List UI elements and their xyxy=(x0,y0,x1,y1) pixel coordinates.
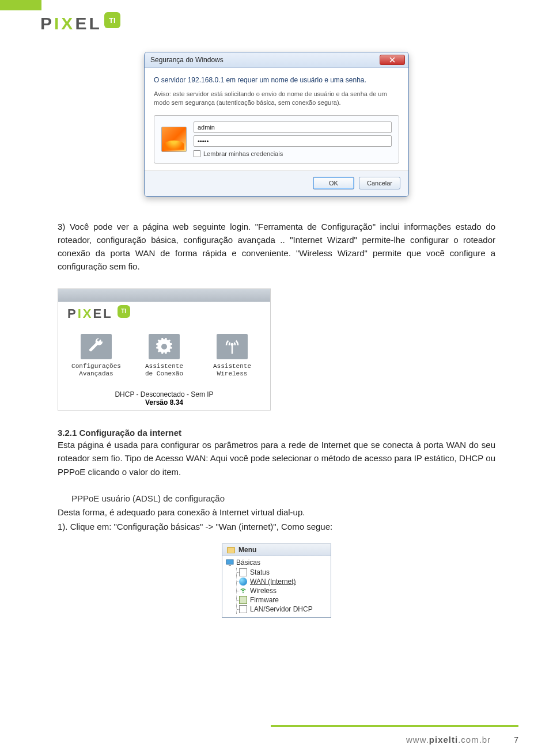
router-panel-topbar xyxy=(58,289,270,302)
brand-ti-badge: TI xyxy=(104,12,120,28)
tree-item-lan-dhcp[interactable]: LAN/Servidor DHCP xyxy=(239,605,327,614)
tree-item-firmware[interactable]: Firmware xyxy=(239,595,327,605)
tree-item-label: Firmware xyxy=(250,596,279,604)
menu-tree-header: Menu xyxy=(222,544,331,556)
remember-checkbox[interactable] xyxy=(194,150,200,157)
sub-heading-pppoe: PPPoE usuário (ADSL) de configuração xyxy=(71,493,495,503)
windows-security-dialog: Segurança do Windows O servidor 192.168.… xyxy=(144,52,409,197)
gear-icon xyxy=(149,334,180,359)
tree-item-wan[interactable]: WAN (Internet) xyxy=(239,577,327,586)
close-icon xyxy=(389,57,395,63)
router-version-text: Versão 8.34 xyxy=(58,398,270,407)
globe-icon xyxy=(239,578,247,586)
page-number: 7 xyxy=(514,735,518,744)
router-tile-label: Assistente de Conexão xyxy=(145,363,183,378)
wrench-icon xyxy=(81,334,112,359)
close-button[interactable] xyxy=(380,55,405,65)
tree-item-label: WAN (Internet) xyxy=(250,578,296,586)
user-avatar-icon xyxy=(161,127,187,152)
router-status-text: DHCP - Desconectado - Sem IP xyxy=(58,390,270,398)
dialog-title: Segurança do Windows xyxy=(150,56,224,64)
tree-item-label: Wireless xyxy=(250,587,276,595)
monitor-icon xyxy=(226,559,234,567)
router-brand-ti-badge: TI xyxy=(118,305,130,318)
brand-wordmark: PIXEL xyxy=(40,14,102,33)
tree-root-label: Básicas xyxy=(236,559,260,567)
dialog-titlebar: Segurança do Windows xyxy=(145,52,408,68)
footer-url: www.pixelti.com.br xyxy=(406,735,491,744)
tree-item-label: LAN/Servidor DHCP xyxy=(250,605,313,613)
body-paragraph-3a: Desta forma, é adequado para conexão à I… xyxy=(58,506,495,519)
svg-rect-0 xyxy=(226,560,233,564)
credentials-box: Lembrar minhas credenciais xyxy=(154,115,399,164)
router-tile-advanced[interactable]: Configurações Avançadas xyxy=(70,334,122,378)
tree-item-label: Status xyxy=(250,568,270,576)
router-tile-wireless-wizard[interactable]: Assistente Wireless xyxy=(206,334,258,378)
footer-url-suffix: .com.br xyxy=(458,735,491,744)
antenna-icon xyxy=(217,334,248,359)
router-brand-wordmark: PIXEL xyxy=(67,306,113,321)
router-landing-panel: PIXEL TI Configurações Avançadas Assiste… xyxy=(58,288,271,411)
router-tile-label: Assistente Wireless xyxy=(213,363,251,378)
body-paragraph-2: Esta página é usada para configurar os p… xyxy=(58,438,495,478)
username-field[interactable] xyxy=(194,121,392,133)
router-brand-row: PIXEL TI xyxy=(58,302,270,332)
remember-credentials-row[interactable]: Lembrar minhas credenciais xyxy=(194,150,392,157)
folder-icon xyxy=(227,547,235,553)
footer-url-domain: pixelti xyxy=(429,735,458,744)
header-accent-bar xyxy=(0,0,41,10)
menu-tree-panel: Menu Básicas Status WAN (In xyxy=(222,544,331,618)
cancel-button[interactable]: Cancelar xyxy=(359,177,400,189)
dialog-message-primary: O servidor 192.168.0.1 em requer um nome… xyxy=(154,76,399,84)
remember-label: Lembrar minhas credenciais xyxy=(203,150,283,157)
document-icon xyxy=(239,568,247,576)
router-tile-connection-wizard[interactable]: Assistente de Conexão xyxy=(138,334,190,378)
body-paragraph-1: 3) Você pode ver a página web seguinte l… xyxy=(58,220,495,273)
section-heading: 3.2.1 Configuração da internet xyxy=(58,428,181,438)
body-paragraph-3b: 1). Clique em: "Configuração básicas" ->… xyxy=(58,520,495,533)
tree-item-status[interactable]: Status xyxy=(239,568,327,577)
router-tile-label: Configurações Avançadas xyxy=(71,363,121,378)
footer-accent-bar xyxy=(271,725,518,727)
document-header: PIXEL TI xyxy=(0,0,553,35)
document-footer: www.pixelti.com.br 7 xyxy=(0,735,553,744)
ok-button[interactable]: OK xyxy=(313,177,354,189)
tree-item-wireless[interactable]: Wireless xyxy=(239,586,327,595)
password-field[interactable] xyxy=(194,135,392,147)
footer-url-prefix: www. xyxy=(406,735,429,744)
menu-title: Menu xyxy=(238,546,256,554)
chip-icon xyxy=(239,596,247,604)
brand-logo: PIXEL TI xyxy=(40,14,120,33)
wireless-icon xyxy=(239,587,247,595)
document-icon xyxy=(239,605,247,613)
svg-rect-1 xyxy=(229,565,231,566)
dialog-message-warning: Aviso: este servidor está solicitando o … xyxy=(154,90,399,107)
tree-root-basicas[interactable]: Básicas xyxy=(226,559,327,567)
